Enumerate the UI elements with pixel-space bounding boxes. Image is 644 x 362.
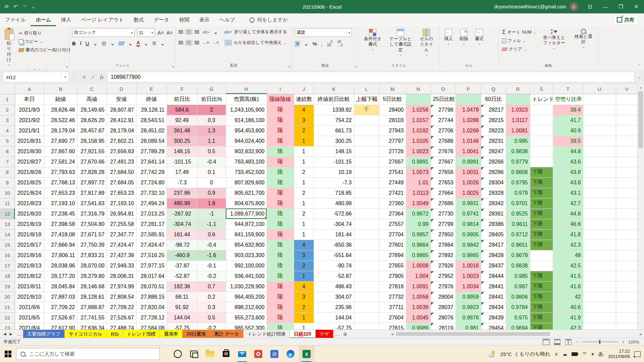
cell-O13[interactable]: 27799 [431, 219, 455, 229]
cell-E23[interactable]: 27,584.08 [136, 323, 167, 329]
row-header-20[interactable]: 20 [0, 292, 15, 302]
cell-P8[interactable]: 1.0031 [455, 167, 481, 177]
cell-F7[interactable]: -101.15 [167, 157, 197, 167]
cell-K3[interactable]: 754.22 [314, 115, 354, 125]
cell-J21[interactable]: 2 [294, 302, 314, 312]
cell-I7[interactable]: 陽 [267, 157, 294, 167]
cell-K21[interactable]: 235.96 [314, 302, 354, 312]
cell-Q15[interactable]: 28417 [481, 240, 506, 250]
align-bottom-icon[interactable] [195, 30, 199, 34]
cell-F2[interactable]: 584.6 [167, 105, 197, 115]
cell-E21[interactable]: 27,820.04 [136, 302, 167, 312]
cell-N6[interactable]: 1.0023 [406, 146, 431, 157]
cell-G22[interactable]: 0.5 [197, 312, 226, 323]
cell-K17[interactable]: -90.74 [314, 260, 354, 271]
cell-A21[interactable]: 2021/8/6 [15, 302, 44, 312]
cell-K4[interactable]: 661.73 [314, 125, 354, 136]
cell-S3[interactable] [530, 115, 553, 125]
cell-L5[interactable] [354, 136, 379, 146]
cell-Q12[interactable]: 28361 [481, 208, 506, 219]
cell-V22[interactable] [616, 312, 638, 323]
vertical-scrollbar[interactable]: ▲ [637, 84, 644, 329]
cell-M21[interactable]: 27711 [379, 302, 406, 312]
cell-M17[interactable]: 27955 [379, 260, 406, 271]
cell-D12[interactable]: 26,954.81 [107, 208, 136, 219]
col-header-L[interactable]: L [354, 84, 379, 94]
col-header-T[interactable]: T [553, 84, 583, 94]
cell-J12[interactable]: 2 [294, 208, 314, 219]
cell-Q16[interactable]: 28428 [481, 250, 506, 260]
cell-O14[interactable]: 27850 [431, 229, 455, 240]
cell-K14[interactable]: 161.44 [314, 229, 354, 240]
cell-R4[interactable]: 1.0081 [506, 125, 530, 136]
cell-H7[interactable]: 763,483,100 [226, 157, 267, 167]
cell-L15[interactable] [354, 240, 379, 250]
cell-L21[interactable] [354, 302, 379, 312]
cell-E11[interactable]: 27,494.24 [136, 198, 167, 208]
cell-R5[interactable]: 0.995 [506, 136, 530, 146]
cell-D2[interactable]: 28,607.87 [107, 105, 136, 115]
cell-S12[interactable]: 下降 [530, 208, 553, 219]
cell-styles-button[interactable]: セルのスタイル⌄ [417, 28, 436, 57]
cell-A15[interactable]: 2021/8/17 [15, 240, 44, 250]
ribbon-tab-挿入[interactable]: 挿入 [56, 13, 76, 26]
cell-I10[interactable]: 陽 [267, 188, 294, 198]
cell-T6[interactable]: 44.8 [553, 146, 583, 157]
cell-L11[interactable] [354, 198, 379, 208]
sheet-tab-トレンド統計関連[interactable]: トレンド統計関連 [244, 330, 290, 338]
phonetic-guide-icon[interactable]: 亜 [152, 41, 156, 46]
cell-A5[interactable]: 2021/8/31 [15, 136, 44, 146]
row-header-7[interactable]: 7 [0, 157, 15, 167]
cell-H13[interactable]: 944,872,100 [226, 219, 267, 229]
cell-K11[interactable]: 480.99 [314, 198, 354, 208]
weather-icon[interactable] [488, 351, 496, 357]
cell-M16[interactable]: 27894 [379, 250, 406, 260]
cell-P4[interactable]: 1.0269 [455, 125, 481, 136]
horizontal-scrollbar[interactable]: ◀ ▶ [389, 330, 644, 338]
edge-button[interactable]: e [282, 346, 299, 362]
cell-S9[interactable]: 下降 [530, 177, 553, 188]
cell-T7[interactable]: 43.6 [553, 157, 583, 167]
cell-D15[interactable]: 27,424.47 [107, 240, 136, 250]
cell-B15[interactable]: 27,666.94 [44, 240, 77, 250]
col-header-V[interactable]: V [616, 84, 638, 94]
cell-G7[interactable]: -0.4 [197, 157, 226, 167]
cell-T23[interactable]: 42.3 [553, 323, 583, 329]
cell-D1[interactable]: 安値 [107, 94, 136, 105]
cell-K13[interactable]: -304.74 [314, 219, 354, 229]
cell-H5[interactable]: 944,024,400 [226, 136, 267, 146]
zoom-slider[interactable] [582, 342, 619, 342]
cell-V9[interactable] [616, 177, 638, 188]
formula-input[interactable]: 1089677900 [107, 72, 635, 82]
cell-P20[interactable]: 0.9959 [455, 292, 481, 302]
font-dialog-launcher-icon[interactable]: ⇘ [172, 65, 174, 68]
cell-S2[interactable] [530, 105, 553, 115]
col-header-R[interactable]: R [506, 84, 530, 94]
confirm-entry-icon[interactable]: ✓ [91, 74, 96, 80]
cell-I15[interactable]: 陰 [267, 240, 294, 250]
cell-N8[interactable]: 1.0073 [406, 167, 431, 177]
cell-T20[interactable]: 42 [553, 292, 583, 302]
cell-M7[interactable]: 27667 [379, 157, 406, 167]
cell-Q23[interactable]: 28454 [481, 323, 506, 329]
cell-A19[interactable]: 2021/8/11 [15, 281, 44, 292]
cell-P19[interactable]: 1.0034 [455, 281, 481, 292]
cell-I9[interactable]: 陰 [267, 177, 294, 188]
cell-T14[interactable]: 41.8 [553, 229, 583, 240]
cell-P10[interactable]: 1.0025 [455, 188, 481, 198]
cell-B21[interactable]: 27,709.22 [44, 302, 77, 312]
cancel-entry-icon[interactable]: ✕ [82, 74, 87, 80]
cell-D16[interactable]: 27,427.38 [107, 250, 136, 260]
row-header-8[interactable]: 8 [0, 167, 15, 177]
cell-M8[interactable]: 27541 [379, 167, 406, 177]
cell-Q18[interactable]: 28444 [481, 271, 506, 281]
cell-C6[interactable]: 27,921.55 [77, 146, 107, 157]
cell-I5[interactable]: 陽 [267, 136, 294, 146]
cell-E18[interactable]: 28,017.64 [136, 271, 167, 281]
number-format-combo[interactable]: 通貨▾ [295, 28, 352, 37]
cell-V4[interactable] [616, 125, 638, 136]
cell-C14[interactable]: 27,671.57 [77, 229, 107, 240]
decrease-indent-icon[interactable]: ←≡ [203, 40, 209, 45]
cell-E22[interactable]: 27,728.12 [136, 312, 167, 323]
cell-N10[interactable]: 1.0113 [406, 188, 431, 198]
